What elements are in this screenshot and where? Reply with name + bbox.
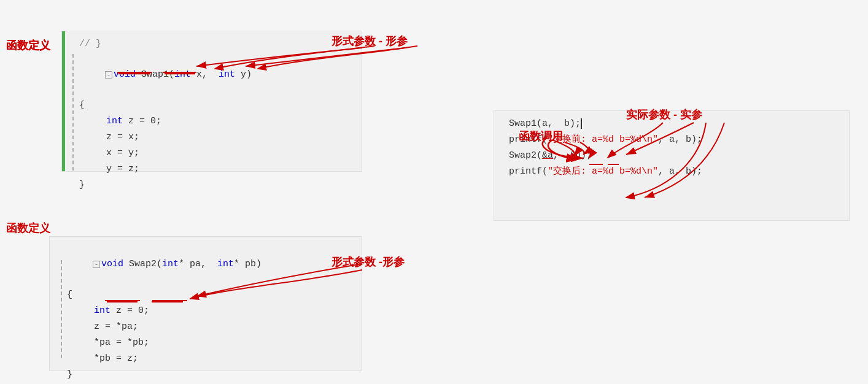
code-line-comment: // } xyxy=(62,36,352,52)
code-line-x-y: x = y; xyxy=(62,145,352,161)
code-line-z-pa: z = *pa; xyxy=(50,319,352,335)
dashed-line-1 xyxy=(72,54,74,171)
label-func-def-2: 函数定义 xyxy=(6,221,50,236)
label-func-call: 函数调用 xyxy=(519,129,563,144)
code-panel-swap1: // } -void Swap1(int x, int y) { int z =… xyxy=(61,31,362,172)
code-line-brace-close-1: } xyxy=(62,177,352,193)
code-line-printf-after: printf("交换后: a=%d b=%d\n", a, b); xyxy=(494,164,839,180)
code-line-int-z: int z = 0; xyxy=(62,113,352,129)
code-line-pa-pb: *pa = *pb; xyxy=(50,335,352,351)
label-func-def-1: 函数定义 xyxy=(6,38,50,53)
code-line-brace-open-2: { xyxy=(50,287,352,303)
label-actual-param: 实际参数 - 实参 xyxy=(626,107,702,122)
code-line-brace-open: { xyxy=(62,98,352,113)
code-line-pb-z: *pb = z; xyxy=(50,351,352,367)
keyword-void: void xyxy=(114,69,136,80)
collapse-icon-1[interactable]: - xyxy=(105,71,112,79)
dashed-line-2 xyxy=(61,260,62,358)
page-container: // } -void Swap1(int x, int y) { int z =… xyxy=(0,0,868,384)
label-formal-param-2: 形式参数 -形参 xyxy=(331,255,405,269)
code-line-y-z: y = z; xyxy=(62,161,352,177)
green-bar-1 xyxy=(62,31,65,171)
collapse-icon-2[interactable]: - xyxy=(93,261,100,268)
code-line-swap2-call: Swap2(&a, &b); xyxy=(494,148,839,164)
keyword-int-y: int xyxy=(219,69,235,80)
keyword-int-x: int xyxy=(174,69,191,80)
code-line-int-z-2: int z = 0; xyxy=(50,303,352,319)
left-border-2 xyxy=(50,237,53,371)
code-line-swap2-sig: -void Swap2(int* pa, int* pb) xyxy=(50,242,352,287)
code-panel-calls: Swap1(a, b); printf("交换前: a=%d b=%d\n", … xyxy=(494,110,850,221)
code-line-brace-close-2: } xyxy=(50,367,352,383)
code-line-swap1-sig: -void Swap1(int x, int y) xyxy=(62,52,352,98)
code-line-z-x: z = x; xyxy=(62,129,352,145)
label-formal-param-1: 形式参数 - 形参 xyxy=(331,34,408,48)
code-panel-swap2: -void Swap2(int* pa, int* pb) { int z = … xyxy=(49,236,362,371)
